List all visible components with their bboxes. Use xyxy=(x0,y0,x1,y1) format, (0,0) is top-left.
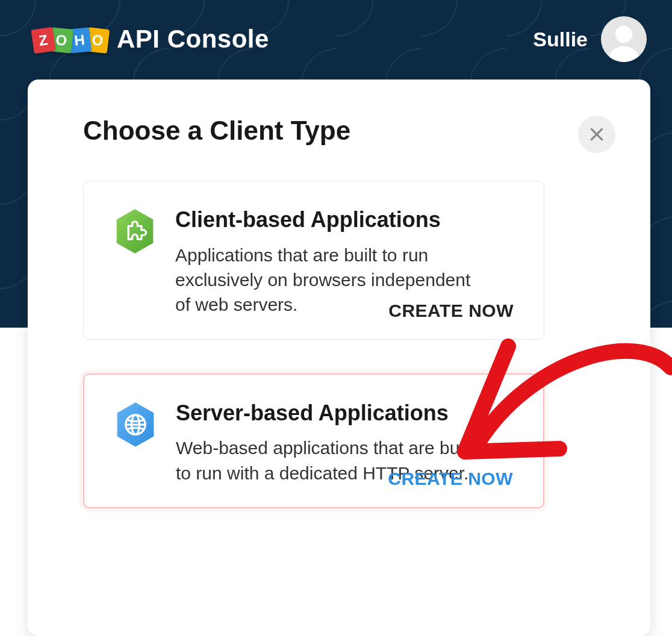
option-client-based[interactable]: Client-based Applications Applications t… xyxy=(83,181,544,340)
option-title: Client-based Applications xyxy=(175,208,514,232)
client-type-modal: Choose a Client Type Client-based Applic… xyxy=(28,80,650,636)
close-icon xyxy=(589,126,605,142)
logo-tile-z: Z xyxy=(31,27,55,54)
globe-hex-icon xyxy=(114,401,157,485)
option-title: Server-based Applications xyxy=(176,401,513,425)
brand-title: API Console xyxy=(117,25,269,54)
avatar-placeholder-icon xyxy=(603,20,645,62)
avatar[interactable] xyxy=(601,16,647,62)
create-now-button[interactable]: CREATE NOW xyxy=(388,469,513,489)
modal-title: Choose a Client Type xyxy=(83,116,350,146)
puzzle-hex-icon xyxy=(114,208,156,317)
option-server-based[interactable]: Server-based Applications Web-based appl… xyxy=(83,373,544,508)
close-button[interactable] xyxy=(578,116,615,153)
brand: Z O H O API Console xyxy=(33,25,269,54)
svg-marker-1 xyxy=(117,209,154,254)
modal-header: Choose a Client Type xyxy=(83,116,615,153)
svg-point-0 xyxy=(615,26,632,43)
user-name: Sullie xyxy=(533,28,588,51)
create-now-button[interactable]: CREATE NOW xyxy=(388,301,514,321)
zoho-logo: Z O H O xyxy=(33,26,108,52)
user-area[interactable]: Sullie xyxy=(533,16,647,62)
top-bar: Z O H O API Console Sullie xyxy=(0,0,672,78)
